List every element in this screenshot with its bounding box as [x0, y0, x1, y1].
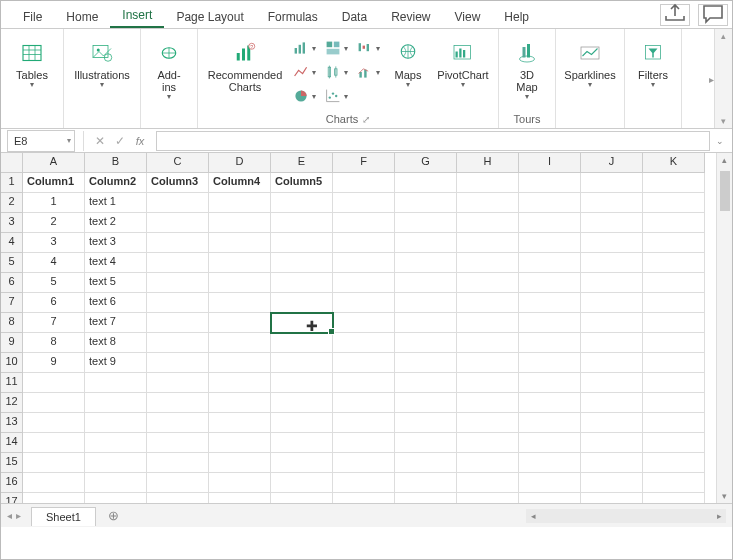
cell[interactable] [147, 493, 209, 503]
cell[interactable] [271, 333, 333, 353]
cell[interactable] [581, 353, 643, 373]
cell[interactable] [457, 473, 519, 493]
cell[interactable] [581, 473, 643, 493]
cell[interactable] [333, 433, 395, 453]
cell[interactable] [147, 393, 209, 413]
cell[interactable]: 2 [23, 213, 85, 233]
scrollbar-thumb[interactable] [720, 171, 730, 211]
cell[interactable] [457, 193, 519, 213]
cell[interactable] [147, 473, 209, 493]
cell[interactable] [519, 373, 581, 393]
cell[interactable] [209, 453, 271, 473]
maps-button[interactable]: Maps ▾ [386, 33, 430, 90]
cell[interactable] [643, 473, 705, 493]
tab-home[interactable]: Home [54, 5, 110, 28]
cell[interactable]: Column4 [209, 173, 271, 193]
cell[interactable] [395, 493, 457, 503]
cell[interactable]: text 2 [85, 213, 147, 233]
cell[interactable] [581, 393, 643, 413]
row-header[interactable]: 1 [1, 173, 23, 193]
cell[interactable]: 3 [23, 233, 85, 253]
tab-view[interactable]: View [443, 5, 493, 28]
cell[interactable] [457, 493, 519, 503]
cell[interactable] [85, 373, 147, 393]
cell[interactable]: 7 [23, 313, 85, 333]
cell[interactable] [333, 453, 395, 473]
cell[interactable] [519, 313, 581, 333]
cell[interactable] [643, 173, 705, 193]
cell[interactable] [209, 493, 271, 503]
cell[interactable] [209, 413, 271, 433]
cell[interactable] [147, 213, 209, 233]
cell[interactable] [581, 193, 643, 213]
cell[interactable] [23, 493, 85, 503]
add-sheet-button[interactable]: ⊕ [106, 508, 122, 524]
tab-data[interactable]: Data [330, 5, 379, 28]
cell[interactable] [643, 233, 705, 253]
col-header-b[interactable]: B [85, 153, 147, 173]
tab-insert[interactable]: Insert [110, 3, 164, 28]
cell[interactable] [581, 453, 643, 473]
scroll-down-icon[interactable]: ▾ [722, 489, 727, 503]
column-chart-button[interactable]: ▾ [290, 37, 318, 59]
scatter-chart-button[interactable]: ▾ [322, 85, 350, 107]
cell[interactable] [209, 353, 271, 373]
cell[interactable]: 4 [23, 253, 85, 273]
cell[interactable] [23, 393, 85, 413]
row-header[interactable]: 12 [1, 393, 23, 413]
cell[interactable] [271, 413, 333, 433]
cell[interactable] [85, 453, 147, 473]
scroll-right-icon[interactable]: ▸ [712, 511, 726, 521]
row-header[interactable]: 7 [1, 293, 23, 313]
cell[interactable] [519, 333, 581, 353]
cell[interactable] [395, 473, 457, 493]
cell[interactable] [23, 473, 85, 493]
cell[interactable] [333, 253, 395, 273]
cell[interactable] [271, 193, 333, 213]
cell[interactable] [333, 353, 395, 373]
cell[interactable] [333, 173, 395, 193]
cell[interactable] [643, 393, 705, 413]
cell[interactable] [147, 253, 209, 273]
cell[interactable]: text 7 [85, 313, 147, 333]
cell[interactable] [147, 413, 209, 433]
cell[interactable] [581, 413, 643, 433]
selected-cell[interactable] [271, 313, 333, 333]
col-header-i[interactable]: I [519, 153, 581, 173]
cell[interactable] [457, 413, 519, 433]
cell[interactable] [581, 313, 643, 333]
tab-page-layout[interactable]: Page Layout [164, 5, 255, 28]
row-header[interactable]: 6 [1, 273, 23, 293]
row-header[interactable]: 17 [1, 493, 23, 503]
scroll-left-icon[interactable]: ◂ [526, 511, 540, 521]
cell[interactable] [395, 453, 457, 473]
cell[interactable] [147, 233, 209, 253]
cell[interactable] [581, 253, 643, 273]
cell[interactable] [395, 433, 457, 453]
horizontal-scrollbar[interactable]: ◂ ▸ [526, 509, 726, 523]
scroll-down-icon[interactable]: ▾ [721, 116, 726, 126]
cell[interactable] [209, 313, 271, 333]
vertical-scrollbar[interactable]: ▴ ▾ [716, 153, 732, 503]
cell[interactable] [395, 193, 457, 213]
cell[interactable]: Column1 [23, 173, 85, 193]
sheet-tab[interactable]: Sheet1 [31, 507, 96, 526]
cell[interactable] [395, 253, 457, 273]
cell[interactable] [457, 333, 519, 353]
row-header[interactable]: 15 [1, 453, 23, 473]
cell[interactable] [395, 293, 457, 313]
row-header[interactable]: 14 [1, 433, 23, 453]
cell[interactable] [333, 273, 395, 293]
recommended-charts-button[interactable]: ? Recommended Charts [204, 33, 286, 93]
cell[interactable] [333, 213, 395, 233]
formula-input[interactable] [156, 131, 710, 151]
cell[interactable] [519, 353, 581, 373]
row-header[interactable]: 3 [1, 213, 23, 233]
cell[interactable] [519, 173, 581, 193]
cell[interactable] [581, 333, 643, 353]
cell[interactable] [581, 293, 643, 313]
cell[interactable] [395, 213, 457, 233]
cell[interactable] [457, 453, 519, 473]
select-all-corner[interactable] [1, 153, 23, 173]
cell[interactable] [519, 413, 581, 433]
